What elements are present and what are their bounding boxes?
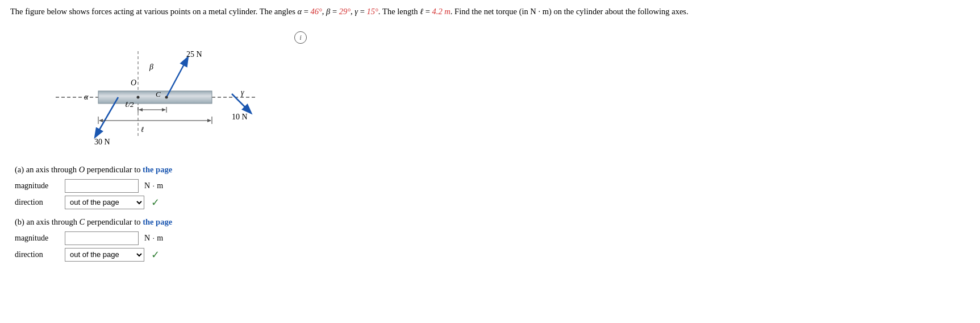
- magnitude-label-b: magnitude: [15, 234, 60, 243]
- magnitude-input-a[interactable]: [65, 179, 139, 193]
- checkmark-b: ✓: [151, 249, 160, 261]
- alpha-sym: α: [297, 7, 302, 16]
- part-b-header: (b) an axis through C perpendicular to t…: [15, 217, 970, 227]
- point-c-label: C: [156, 90, 161, 99]
- force-10n-label: 10 N: [232, 113, 248, 122]
- gamma-val: 15°: [367, 7, 378, 16]
- unit-label-b: N · m: [144, 234, 163, 243]
- alpha-val: 46°: [311, 7, 322, 16]
- beta-val: 29°: [339, 7, 351, 16]
- direction-label-b: direction: [15, 250, 60, 259]
- diagram-container: O C α β γ 30 N 25 N 10 N ℓ/2 ℓ i: [10, 28, 970, 159]
- direction-select-a[interactable]: out of the page into the page: [65, 196, 144, 209]
- svg-line-5: [166, 58, 187, 97]
- svg-line-4: [95, 97, 118, 136]
- svg-point-14: [165, 96, 168, 98]
- ell-label: ℓ: [141, 125, 144, 134]
- force-30n-label: 30 N: [94, 138, 110, 147]
- gamma-label: γ: [241, 88, 244, 97]
- magnitude-label-a: magnitude: [15, 181, 60, 191]
- unit-label-a: N · m: [144, 181, 163, 191]
- part-a-block: (a) an axis through O perpendicular to t…: [15, 165, 970, 209]
- svg-rect-3: [98, 91, 212, 103]
- diagram-svg: [44, 28, 283, 159]
- diagram: O C α β γ 30 N 25 N 10 N ℓ/2 ℓ: [44, 28, 283, 159]
- length-val: 4.2 m: [432, 7, 451, 16]
- part-b-magnitude-row: magnitude N · m: [15, 231, 970, 245]
- problem-statement: The figure below shows forces acting at …: [10, 6, 970, 18]
- part-b-direction-row: direction out of the page into the page …: [15, 248, 970, 262]
- direction-label-a: direction: [15, 198, 60, 207]
- ell2-label: ℓ/2: [125, 100, 134, 109]
- magnitude-input-b[interactable]: [65, 231, 139, 245]
- part-a-magnitude-row: magnitude N · m: [15, 179, 970, 193]
- part-a-header: (a) an axis through O perpendicular to t…: [15, 165, 970, 175]
- point-o-label: O: [131, 78, 136, 88]
- force-25n-label: 25 N: [186, 50, 202, 59]
- alpha-label: α: [84, 93, 88, 102]
- svg-point-13: [137, 96, 140, 98]
- beta-label: β: [149, 63, 153, 72]
- info-icon[interactable]: i: [294, 31, 307, 44]
- parts-container: (a) an axis through O perpendicular to t…: [10, 165, 970, 262]
- part-b-block: (b) an axis through C perpendicular to t…: [15, 217, 970, 262]
- checkmark-a: ✓: [151, 196, 160, 209]
- direction-select-b[interactable]: out of the page into the page: [65, 248, 144, 262]
- part-a-direction-row: direction out of the page into the page …: [15, 196, 970, 209]
